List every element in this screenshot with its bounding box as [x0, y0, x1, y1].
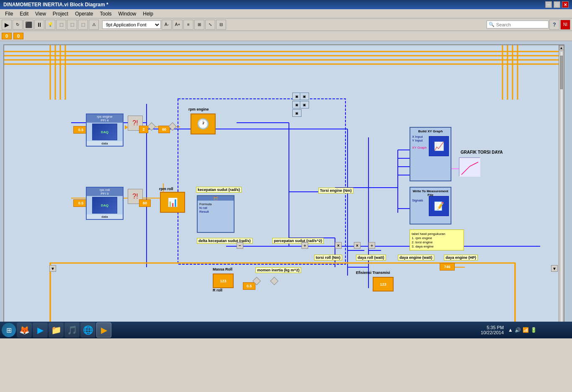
- rps-engine-header: rps engine PFI 4: [87, 114, 123, 123]
- step-out-button[interactable]: ⬚: [78, 20, 88, 30]
- num-indicator-5: ▣: [300, 101, 309, 108]
- search-input[interactable]: [496, 22, 546, 27]
- scroll-vthumb[interactable]: [560, 56, 563, 89]
- write-measurement-block[interactable]: Write To Measurement File Signals 📝: [410, 187, 451, 224]
- daya-engine-watt-label: daya engine (watt): [398, 255, 434, 260]
- subtract-node: −: [237, 242, 243, 249]
- menu-edit[interactable]: Edit: [16, 10, 32, 18]
- reorder-button[interactable]: ⊟: [216, 20, 226, 30]
- warn-button[interactable]: ⚠: [89, 20, 99, 30]
- sub-bar: 0 0: [0, 31, 572, 41]
- menu-view[interactable]: View: [32, 10, 49, 18]
- maximize-button[interactable]: □: [554, 1, 560, 8]
- close-button[interactable]: ✕: [562, 1, 569, 8]
- logo-button: NI: [560, 20, 570, 30]
- search-icon: 🔍: [489, 22, 495, 27]
- run-button[interactable]: ▶: [2, 20, 12, 30]
- delta-kecepatan-label: delta kecepatan sudut (rad/s): [197, 238, 253, 244]
- scroll-up-btn[interactable]: ▲: [559, 45, 564, 50]
- abort-button[interactable]: ⬛: [23, 20, 33, 30]
- rpm-roll-block[interactable]: 📊: [160, 192, 185, 213]
- media-player-button[interactable]: ▶: [33, 322, 48, 338]
- explorer-button[interactable]: 📁: [49, 322, 64, 338]
- resize-button[interactable]: ⤡: [205, 20, 215, 30]
- font-selector[interactable]: 9pt Application Font: [102, 21, 161, 29]
- xy-graph-thumbnail[interactable]: [459, 157, 480, 176]
- start-button[interactable]: ⊞: [2, 323, 16, 337]
- pause-button[interactable]: ⏸: [34, 20, 44, 30]
- write-icon: 📝: [429, 196, 449, 216]
- xy-graph-svg: [459, 158, 480, 177]
- grafik-torsi-daya-label: GRAFIK TORSI DAYA: [461, 150, 503, 155]
- rps-engine-block[interactable]: rps engine PFI 4 DAQ data: [86, 113, 124, 147]
- rpm-engine-label: rpm engine: [188, 107, 209, 111]
- formula-block[interactable]: 🧮 Formula N roll Result: [197, 195, 234, 233]
- divide-node: ÷: [301, 242, 308, 249]
- num-box-1[interactable]: 0: [2, 33, 12, 39]
- search-box: 🔍: [487, 21, 549, 28]
- system-tray: ▲ 🔊 📶 🔋: [508, 327, 537, 333]
- rps-roll-icon: DAQ: [92, 197, 117, 214]
- const-05-momen[interactable]: 0.5: [243, 282, 255, 290]
- taskbar: ⊞ 🦊 ▶ 📁 🎵 🌐 ▶ 5:35 PM 10/22/2014: [0, 322, 572, 338]
- font-smaller-button[interactable]: A-: [162, 20, 172, 30]
- font-larger-button[interactable]: A+: [173, 20, 183, 30]
- distribute-button[interactable]: ⊞: [194, 20, 204, 30]
- canvas-area[interactable]: 0.5 rps engine PFI 4 DAQ data ?! rpm eng…: [0, 41, 572, 338]
- expand-right[interactable]: ▼: [551, 265, 558, 272]
- step-over-button[interactable]: ⬚: [56, 20, 66, 30]
- daya-engine-hp-label: daya engine (HP): [444, 255, 478, 260]
- percepatan-sudut-label: percepatan sudut (rad/s^2): [272, 238, 324, 244]
- labview-button[interactable]: ▶: [96, 322, 111, 338]
- align-button[interactable]: ≡: [183, 20, 193, 30]
- title-bar: DINAMOMETER INERTIA.vi Block Diagram * ─…: [0, 0, 572, 9]
- const-60-bottom[interactable]: 60: [139, 199, 151, 207]
- window-controls: ─ □ ✕: [545, 1, 569, 8]
- num-indicator-4: ▣: [300, 93, 309, 100]
- system-clock: 5:35 PM 10/22/2014: [481, 325, 507, 335]
- tray-network[interactable]: 🔊: [515, 327, 521, 333]
- tray-battery[interactable]: 🔋: [531, 327, 537, 333]
- step-into-button[interactable]: ⬚: [67, 20, 77, 30]
- rps-roll-header: rps roll PFI 9: [87, 188, 123, 196]
- rps-engine-footer: data: [87, 141, 123, 146]
- menu-operate[interactable]: Operate: [72, 10, 96, 18]
- clock-date: 10/22/2014: [481, 330, 504, 335]
- help-button[interactable]: ?: [549, 20, 559, 30]
- score-button[interactable]: 🎵: [64, 322, 80, 338]
- arrow-1: [125, 125, 128, 129]
- massa-roll-block[interactable]: 123: [213, 273, 234, 288]
- scroll-vtrack[interactable]: [560, 51, 563, 324]
- menu-file[interactable]: File: [2, 10, 16, 18]
- torsi-engine-label: Torsi engine (Nm): [318, 188, 353, 193]
- const-746[interactable]: 746: [440, 263, 455, 271]
- rps-roll-block[interactable]: rps roll PFI 9 DAQ data: [86, 187, 124, 220]
- momen-inertia-label: momen inertia (kg m^2): [255, 267, 301, 273]
- rpm-engine-block[interactable]: 🕐: [191, 113, 216, 134]
- window-title: DINAMOMETER INERTIA.vi Block Diagram *: [3, 2, 108, 8]
- num-box-2[interactable]: 0: [13, 33, 23, 39]
- menu-tools[interactable]: Tools: [97, 10, 115, 18]
- efisiensi-label: Efisiensi Transmisi: [356, 271, 390, 275]
- minimize-button[interactable]: ─: [545, 1, 552, 8]
- rps-roll-footer: data: [87, 214, 123, 219]
- expand-left[interactable]: ▼: [49, 265, 56, 272]
- tray-volume[interactable]: 📶: [523, 327, 529, 333]
- block-diagram[interactable]: 0.5 rps engine PFI 4 DAQ data ?! rpm eng…: [3, 44, 564, 335]
- firefox-button[interactable]: 🦊: [17, 322, 32, 338]
- menu-window[interactable]: Window: [115, 10, 140, 18]
- torsi-roll-label: torsi roll (Nm): [314, 255, 342, 260]
- efisiensi-block[interactable]: 123: [373, 277, 394, 291]
- menu-help[interactable]: Help: [139, 10, 157, 18]
- mult-node-lower-2: ×: [354, 242, 361, 249]
- menu-project[interactable]: Project: [49, 10, 72, 18]
- diagram-scrollbar-right[interactable]: ▲ ▼: [559, 45, 564, 330]
- build-xy-graph-block[interactable]: Build XY Graph X Input Y Input XY Graph …: [410, 127, 451, 181]
- mult-node-lower-1: ×: [335, 242, 342, 249]
- highlight-button[interactable]: 💡: [45, 20, 55, 30]
- build-xy-icon: 📈: [429, 136, 449, 156]
- run-cont-button[interactable]: ↻: [13, 20, 23, 30]
- daya-roll-label: daya roll (watt): [356, 255, 386, 260]
- chrome-button[interactable]: 🌐: [80, 322, 95, 338]
- tray-up-arrow[interactable]: ▲: [508, 327, 513, 333]
